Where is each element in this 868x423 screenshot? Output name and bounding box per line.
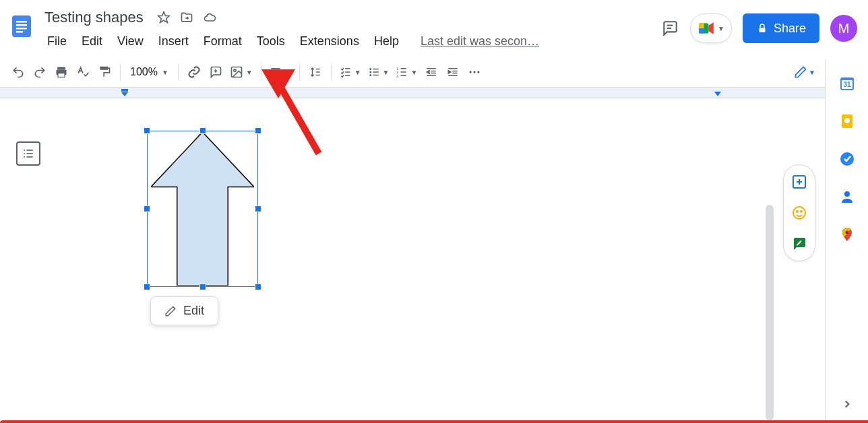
- svg-point-53: [474, 71, 476, 73]
- toolbar: 100%▼ ▼ ▼ ▼ ▼ 123▼ ▼: [0, 57, 868, 88]
- svg-rect-13: [57, 67, 65, 70]
- svg-point-70: [801, 211, 802, 212]
- chevron-down-icon: ▼: [383, 69, 390, 76]
- svg-marker-5: [158, 12, 169, 23]
- svg-point-30: [369, 68, 371, 70]
- keep-icon[interactable]: [839, 113, 855, 129]
- print-button[interactable]: [51, 62, 71, 82]
- resize-handle[interactable]: [199, 284, 206, 290]
- svg-point-54: [478, 71, 480, 73]
- svg-marker-64: [151, 132, 254, 286]
- chevron-down-icon: ▼: [162, 69, 168, 76]
- add-emoji-rail-button[interactable]: [790, 204, 808, 222]
- vertical-scrollbar[interactable]: [766, 205, 774, 420]
- left-indent-marker[interactable]: [120, 89, 129, 97]
- svg-point-75: [844, 118, 850, 123]
- svg-marker-46: [427, 71, 430, 74]
- numbered-list-button[interactable]: 123▼: [393, 62, 420, 82]
- more-tools-button[interactable]: [464, 62, 485, 82]
- checklist-button[interactable]: ▼: [337, 62, 364, 82]
- paint-format-button[interactable]: [94, 62, 115, 82]
- svg-rect-9: [699, 23, 704, 28]
- image-options-button[interactable]: ▼: [227, 62, 255, 82]
- meet-button[interactable]: ▼: [690, 13, 732, 43]
- menu-tools[interactable]: Tools: [250, 32, 292, 51]
- svg-point-69: [797, 211, 798, 212]
- svg-rect-15: [58, 73, 65, 77]
- cloud-status-icon[interactable]: [203, 11, 216, 24]
- right-indent-marker[interactable]: [713, 92, 722, 97]
- edit-drawing-popup[interactable]: Edit: [150, 296, 218, 325]
- resize-handle[interactable]: [144, 127, 150, 134]
- undo-button[interactable]: [8, 62, 28, 82]
- side-panel: 31: [825, 59, 868, 423]
- svg-point-68: [793, 207, 805, 219]
- menu-edit[interactable]: Edit: [75, 32, 109, 51]
- menu-help[interactable]: Help: [367, 32, 406, 51]
- menu-insert[interactable]: Insert: [152, 32, 195, 51]
- bottom-border: [0, 420, 868, 423]
- document-canvas[interactable]: Edit: [0, 98, 821, 423]
- share-button[interactable]: Share: [743, 13, 819, 43]
- separator: [299, 64, 300, 80]
- resize-handle[interactable]: [199, 127, 206, 134]
- svg-rect-4: [16, 31, 23, 33]
- chevron-down-icon: ▼: [718, 25, 724, 32]
- chevron-down-icon: ▼: [410, 69, 417, 76]
- resize-handle[interactable]: [144, 205, 150, 212]
- resize-handle[interactable]: [255, 205, 261, 212]
- menu-file[interactable]: File: [40, 32, 73, 51]
- comment-rail: [783, 164, 815, 261]
- show-outline-button[interactable]: [16, 141, 40, 166]
- edit-label: Edit: [183, 304, 204, 318]
- svg-rect-33: [373, 69, 378, 70]
- zoom-select[interactable]: 100%▼: [126, 66, 173, 78]
- hide-side-panel-button[interactable]: [841, 398, 853, 412]
- comment-history-icon[interactable]: [660, 19, 679, 38]
- align-button[interactable]: ▼: [267, 62, 294, 82]
- svg-rect-55: [121, 89, 128, 92]
- bulleted-list-button[interactable]: ▼: [365, 62, 392, 82]
- svg-rect-10: [699, 28, 704, 34]
- resize-handle[interactable]: [144, 284, 150, 290]
- spellcheck-button[interactable]: [73, 62, 93, 82]
- increase-indent-button[interactable]: [443, 62, 463, 82]
- docs-logo[interactable]: [8, 8, 35, 44]
- chevron-down-icon: ▼: [284, 69, 291, 76]
- editing-mode-button[interactable]: ▼: [788, 62, 822, 82]
- svg-marker-51: [449, 71, 452, 74]
- suggest-edits-rail-button[interactable]: [790, 235, 808, 253]
- meet-icon: [698, 20, 715, 37]
- tasks-icon[interactable]: [839, 151, 855, 167]
- svg-point-77: [844, 191, 850, 197]
- selected-shape[interactable]: [147, 131, 258, 287]
- ruler[interactable]: [0, 88, 868, 98]
- last-edit-link[interactable]: Last edit was secon…: [421, 34, 539, 48]
- svg-marker-56: [121, 92, 128, 96]
- svg-rect-34: [373, 71, 378, 73]
- add-comment-button[interactable]: [206, 62, 226, 82]
- document-title[interactable]: Testing shapes: [40, 7, 148, 28]
- star-icon[interactable]: [157, 11, 170, 24]
- resize-handle[interactable]: [255, 284, 261, 290]
- add-comment-rail-button[interactable]: [790, 173, 808, 191]
- move-folder-icon[interactable]: [180, 11, 193, 24]
- menu-format[interactable]: Format: [197, 32, 249, 51]
- line-spacing-button[interactable]: [305, 62, 326, 82]
- menu-extensions[interactable]: Extensions: [293, 32, 366, 51]
- insert-link-button[interactable]: [184, 62, 204, 82]
- maps-icon[interactable]: [839, 226, 855, 242]
- decrease-indent-button[interactable]: [421, 62, 441, 82]
- contacts-icon[interactable]: [839, 189, 855, 205]
- resize-handle[interactable]: [255, 127, 261, 134]
- account-avatar[interactable]: M: [830, 15, 857, 42]
- svg-point-32: [369, 74, 371, 76]
- menu-view[interactable]: View: [111, 32, 150, 51]
- svg-point-19: [234, 69, 236, 71]
- chevron-down-icon: ▼: [809, 69, 815, 76]
- svg-point-31: [369, 71, 371, 73]
- svg-rect-35: [373, 75, 378, 76]
- calendar-icon[interactable]: 31: [839, 75, 855, 92]
- up-arrow-shape[interactable]: [151, 132, 254, 286]
- redo-button[interactable]: [30, 62, 50, 82]
